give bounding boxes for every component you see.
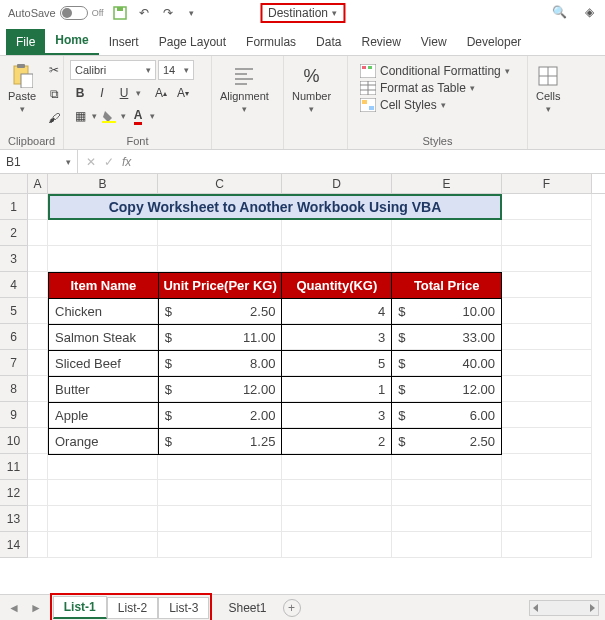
cell-unit[interactable]: $2.50 xyxy=(158,299,282,325)
enter-icon[interactable]: ✓ xyxy=(104,155,114,169)
cell-item[interactable]: Butter xyxy=(49,377,159,403)
select-all-corner[interactable] xyxy=(0,174,28,193)
col-b[interactable]: B xyxy=(48,174,158,193)
col-d[interactable]: D xyxy=(282,174,392,193)
row-14[interactable]: 14 xyxy=(0,532,28,558)
add-sheet-button[interactable]: + xyxy=(283,599,301,617)
underline-button[interactable]: U xyxy=(114,83,134,103)
row-9[interactable]: 9 xyxy=(0,402,28,428)
sheet-tab-list1[interactable]: List-1 xyxy=(53,596,107,619)
col-f[interactable]: F xyxy=(502,174,592,193)
col-a[interactable]: A xyxy=(28,174,48,193)
cell-total[interactable]: $2.50 xyxy=(392,429,502,455)
title-banner[interactable]: Copy Worksheet to Another Workbook Using… xyxy=(48,194,502,220)
row-11[interactable]: 11 xyxy=(0,454,28,480)
paste-button[interactable]: Paste ▾ xyxy=(6,60,38,118)
th-item[interactable]: Item Name xyxy=(49,273,159,299)
col-c[interactable]: C xyxy=(158,174,282,193)
cancel-icon[interactable]: ✕ xyxy=(86,155,96,169)
format-painter-icon[interactable]: 🖌 xyxy=(44,108,64,128)
col-e[interactable]: E xyxy=(392,174,502,193)
cell-qty[interactable]: 4 xyxy=(282,299,392,325)
diamond-icon[interactable]: ◈ xyxy=(581,4,597,20)
conditional-formatting-button[interactable]: Conditional Formatting ▾ xyxy=(360,64,515,78)
tab-page-layout[interactable]: Page Layout xyxy=(149,29,236,55)
name-box[interactable]: B1 ▾ xyxy=(0,150,78,173)
increase-font-icon[interactable]: A▴ xyxy=(151,83,171,103)
row-6[interactable]: 6 xyxy=(0,324,28,350)
decrease-font-icon[interactable]: A▾ xyxy=(173,83,193,103)
prev-sheet-icon[interactable]: ◄ xyxy=(6,601,22,615)
borders-icon[interactable]: ▦ xyxy=(70,106,90,126)
autosave-toggle[interactable]: AutoSave Off xyxy=(8,6,104,20)
tab-developer[interactable]: Developer xyxy=(457,29,532,55)
cells-area[interactable]: Copy Worksheet to Another Workbook Using… xyxy=(28,194,605,558)
italic-button[interactable]: I xyxy=(92,83,112,103)
font-name-combo[interactable]: Calibri▾ xyxy=(70,60,156,80)
tab-home[interactable]: Home xyxy=(45,27,98,55)
th-unit[interactable]: Unit Price(Per KG) xyxy=(158,273,282,299)
tab-view[interactable]: View xyxy=(411,29,457,55)
cell-unit[interactable]: $1.25 xyxy=(158,429,282,455)
tab-file[interactable]: File xyxy=(6,29,45,55)
chevron-down-icon[interactable]: ▾ xyxy=(92,111,97,121)
tab-data[interactable]: Data xyxy=(306,29,351,55)
th-qty[interactable]: Quantity(KG) xyxy=(282,273,392,299)
font-size-combo[interactable]: 14▾ xyxy=(158,60,194,80)
cell-total[interactable]: $10.00 xyxy=(392,299,502,325)
chevron-down-icon[interactable]: ▾ xyxy=(136,88,141,98)
toggle-off-icon[interactable] xyxy=(60,6,88,20)
redo-icon[interactable]: ↷ xyxy=(160,5,176,21)
sheet-tab-list3[interactable]: List-3 xyxy=(158,597,209,619)
cell-item[interactable]: Chicken xyxy=(49,299,159,325)
save-icon[interactable] xyxy=(112,5,128,21)
tab-review[interactable]: Review xyxy=(351,29,410,55)
fx-icon[interactable]: fx xyxy=(122,155,131,169)
tab-formulas[interactable]: Formulas xyxy=(236,29,306,55)
alignment-button[interactable]: Alignment ▾ xyxy=(218,60,271,118)
horizontal-scrollbar[interactable] xyxy=(529,600,599,616)
sheet-tab-sheet1[interactable]: Sheet1 xyxy=(218,598,276,618)
next-sheet-icon[interactable]: ► xyxy=(28,601,44,615)
cell-item[interactable]: Apple xyxy=(49,403,159,429)
row-10[interactable]: 10 xyxy=(0,428,28,454)
cell-qty[interactable]: 2 xyxy=(282,429,392,455)
cell-total[interactable]: $33.00 xyxy=(392,325,502,351)
worksheet-grid[interactable]: A B C D E F 1 2 3 4 5 6 7 8 9 10 11 12 1… xyxy=(0,174,605,558)
cell-qty[interactable]: 1 xyxy=(282,377,392,403)
cell-qty[interactable]: 3 xyxy=(282,325,392,351)
row-12[interactable]: 12 xyxy=(0,480,28,506)
th-total[interactable]: Total Price xyxy=(392,273,502,299)
row-13[interactable]: 13 xyxy=(0,506,28,532)
cell-styles-button[interactable]: Cell Styles ▾ xyxy=(360,98,515,112)
row-1[interactable]: 1 xyxy=(0,194,28,220)
row-3[interactable]: 3 xyxy=(0,246,28,272)
cell-unit[interactable]: $12.00 xyxy=(158,377,282,403)
cut-icon[interactable]: ✂ xyxy=(44,60,64,80)
row-7[interactable]: 7 xyxy=(0,350,28,376)
cell-unit[interactable]: $8.00 xyxy=(158,351,282,377)
tab-insert[interactable]: Insert xyxy=(99,29,149,55)
row-4[interactable]: 4 xyxy=(0,272,28,298)
sheet-tab-list2[interactable]: List-2 xyxy=(107,597,158,619)
cell-total[interactable]: $12.00 xyxy=(392,377,502,403)
cell-unit[interactable]: $11.00 xyxy=(158,325,282,351)
qat-more-icon[interactable]: ▾ xyxy=(184,5,200,21)
fill-color-icon[interactable] xyxy=(99,106,119,126)
row-5[interactable]: 5 xyxy=(0,298,28,324)
chevron-down-icon[interactable]: ▾ xyxy=(150,111,155,121)
row-2[interactable]: 2 xyxy=(0,220,28,246)
row-8[interactable]: 8 xyxy=(0,376,28,402)
format-as-table-button[interactable]: Format as Table ▾ xyxy=(360,81,515,95)
search-icon[interactable]: 🔍 xyxy=(551,4,567,20)
font-color-icon[interactable]: A xyxy=(128,106,148,126)
cells-button[interactable]: Cells ▾ xyxy=(534,60,562,118)
formula-input[interactable] xyxy=(139,150,605,173)
filename-highlight-box[interactable]: Destination ▾ xyxy=(260,3,345,23)
bold-button[interactable]: B xyxy=(70,83,90,103)
cell-item[interactable]: Salmon Steak xyxy=(49,325,159,351)
copy-icon[interactable]: ⧉ xyxy=(44,84,64,104)
cell-item[interactable]: Sliced Beef xyxy=(49,351,159,377)
cell-item[interactable]: Orange xyxy=(49,429,159,455)
cell-unit[interactable]: $2.00 xyxy=(158,403,282,429)
